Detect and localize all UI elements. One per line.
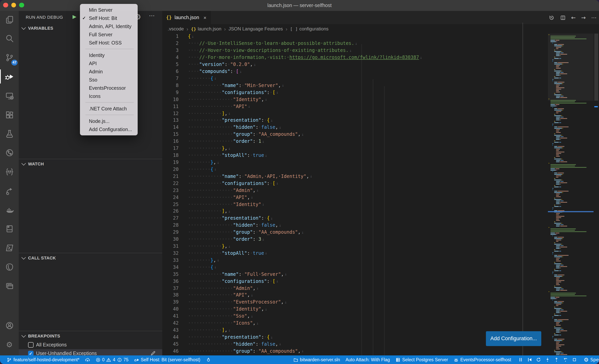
code-line-26: 26············],↓ bbox=[162, 208, 230, 215]
close-window-button[interactable] bbox=[3, 2, 8, 7]
menu-item-full-server[interactable]: Full Server bbox=[80, 30, 138, 39]
hot-reload-status[interactable] bbox=[203, 355, 214, 364]
status-bar: feature/self-hosted-development*0475Self… bbox=[0, 355, 599, 364]
debug-config-status[interactable]: Self Host: Bit (server-selfhost) bbox=[131, 355, 203, 364]
window-layouts-icon[interactable] bbox=[0, 277, 19, 295]
line-number: 31 bbox=[162, 243, 188, 249]
breadcrumb-item-launch-json[interactable]: {}launch.json bbox=[191, 26, 221, 32]
editor-scrollbar[interactable] bbox=[594, 34, 599, 355]
menu-item-identity[interactable]: Identity bbox=[80, 51, 138, 59]
section-header-call-stack[interactable]: CALL STACK bbox=[19, 253, 162, 263]
breadcrumb-item-configurations[interactable]: [ ]configurations bbox=[290, 26, 329, 32]
add-configuration-button[interactable]: Add Configuration... bbox=[486, 331, 541, 346]
code-line-20: 20········{↓ bbox=[162, 166, 216, 173]
code-line-33: 33········},↓ bbox=[162, 257, 219, 264]
json-file-icon: {} bbox=[191, 26, 196, 31]
sidebar-title: RUN AND DEBUG bbox=[26, 15, 63, 19]
live-share-icon[interactable] bbox=[0, 181, 19, 200]
menu-item-self-host-oss[interactable]: Self Host: OSS bbox=[80, 39, 138, 47]
menu-item-add-configuration-[interactable]: Add Configuration... bbox=[80, 125, 138, 133]
timeline-history-icon[interactable] bbox=[548, 15, 554, 20]
json-tools-icon[interactable] bbox=[0, 162, 19, 181]
code-line-2: 2····//·Use·IntelliSense·to·learn·about·… bbox=[162, 40, 357, 47]
menu-item-admin[interactable]: Admin bbox=[80, 68, 138, 76]
postgres-status[interactable]: Select Postgres Server bbox=[393, 355, 451, 364]
menu-item-sso[interactable]: Sso bbox=[80, 76, 138, 84]
powershell-icon[interactable] bbox=[0, 239, 19, 257]
close-tab-icon[interactable]: × bbox=[203, 15, 206, 20]
tab-launch-json[interactable]: {} launch.json × bbox=[162, 11, 211, 24]
source-control-icon[interactable]: 47 bbox=[0, 48, 19, 67]
chevron-down-icon bbox=[21, 25, 26, 30]
info-count-icon bbox=[117, 357, 122, 362]
checkbox[interactable] bbox=[28, 342, 33, 348]
extensions-icon[interactable] bbox=[0, 105, 19, 124]
line-number: 5 bbox=[162, 62, 188, 67]
menu-item-admin-api-identity[interactable]: Admin, API, Identity bbox=[80, 22, 138, 30]
breadcrumb-item-json-language-features[interactable]: JSON Language Features bbox=[229, 26, 283, 32]
restart-icon[interactable] bbox=[536, 357, 541, 363]
code-line-41: 41················"Sso",↓ bbox=[162, 313, 253, 320]
solution-status[interactable]: bitwarden-server.sln bbox=[290, 355, 343, 364]
start-debug-icon[interactable]: ▶ bbox=[72, 14, 76, 19]
section-header-breakpoints[interactable]: BREAKPOINTS bbox=[19, 331, 162, 341]
run-and-debug-icon[interactable] bbox=[0, 67, 19, 86]
menu-checkmark-icon: ✓ bbox=[82, 16, 86, 21]
debug-session-status[interactable]: EventsProcessor-selfhost bbox=[451, 355, 514, 364]
line-number: 35 bbox=[162, 271, 188, 277]
stop-icon[interactable] bbox=[572, 357, 577, 363]
vertical-ruler bbox=[523, 23, 523, 355]
code-editor[interactable]: 1{↓2····//·Use·IntelliSense·to·learn·abo… bbox=[162, 33, 599, 355]
continue-icon[interactable] bbox=[527, 357, 532, 363]
breakpoint-row[interactable]: All Exceptions bbox=[19, 341, 162, 349]
auto-attach-status[interactable]: Auto Attach: With Flag bbox=[343, 355, 393, 364]
breadcrumb-item--vscode[interactable]: .vscode bbox=[168, 26, 184, 32]
line-number: 18 bbox=[162, 152, 188, 158]
problems-status[interactable]: 0475 bbox=[93, 355, 131, 364]
docker-icon[interactable] bbox=[0, 201, 19, 219]
line-number: 15 bbox=[162, 132, 188, 137]
section-header-watch[interactable]: WATCH bbox=[19, 159, 162, 169]
minimap-viewport[interactable] bbox=[548, 34, 594, 101]
menu-item--net-core-attach[interactable]: .NET Core Attach bbox=[80, 105, 138, 113]
split-editor-icon[interactable] bbox=[560, 15, 566, 20]
sidebar-more-icon[interactable]: ⋯ bbox=[149, 12, 155, 19]
editor-more-icon[interactable]: ⋯ bbox=[591, 14, 597, 21]
minimize-window-button[interactable] bbox=[11, 2, 16, 7]
settings-gear-icon[interactable]: ⚙ bbox=[0, 335, 19, 354]
code-line-30: 30················"order":·3↓ bbox=[162, 236, 264, 243]
menu-item-eventsprocessor[interactable]: EventsProcessor bbox=[80, 84, 138, 92]
step-into-icon[interactable] bbox=[545, 357, 550, 363]
code-line-18: 18············"stopAll":·true↓ bbox=[162, 152, 267, 159]
git-branch-status[interactable]: feature/self-hosted-development* bbox=[4, 355, 82, 364]
menu-item-min-server[interactable]: Min Server bbox=[80, 6, 138, 14]
sync-changes-status[interactable] bbox=[82, 355, 93, 364]
step-back-icon[interactable] bbox=[563, 357, 568, 363]
storage-icon[interactable] bbox=[0, 220, 19, 238]
go-back-icon[interactable]: ← bbox=[571, 14, 576, 21]
test-beaker-icon[interactable] bbox=[0, 124, 19, 143]
debugstart-icon bbox=[134, 357, 139, 362]
explorer-icon[interactable] bbox=[0, 10, 19, 29]
debug-toolbar bbox=[514, 357, 581, 363]
step-out-icon[interactable] bbox=[554, 357, 559, 363]
zoom-window-button[interactable] bbox=[19, 2, 24, 7]
gitlens-icon[interactable] bbox=[0, 143, 19, 162]
spell-checker-status[interactable]: ⚙Spell bbox=[581, 355, 599, 364]
postgresql-icon[interactable] bbox=[0, 258, 19, 276]
menu-item-icons[interactable]: Icons bbox=[80, 92, 138, 100]
minimap[interactable] bbox=[548, 34, 594, 355]
breadcrumb-separator-icon: › bbox=[224, 26, 226, 32]
menu-item-api[interactable]: API bbox=[80, 59, 138, 68]
search-icon[interactable] bbox=[0, 29, 19, 48]
menu-item-node-js-[interactable]: Node.js... bbox=[80, 117, 138, 125]
code-line-4: 4····//·For·more·information,·visit:·htt… bbox=[162, 54, 422, 61]
error-count-icon bbox=[96, 357, 101, 362]
remote-explorer-icon[interactable] bbox=[0, 86, 19, 105]
section-call-stack: CALL STACK bbox=[19, 253, 162, 263]
pause-icon[interactable] bbox=[518, 357, 523, 363]
go-forward-icon[interactable]: → bbox=[581, 14, 586, 21]
accounts-icon[interactable] bbox=[0, 316, 19, 335]
server-icon bbox=[396, 357, 400, 362]
menu-item-self-host-bit[interactable]: ✓Self Host: Bit bbox=[80, 14, 138, 22]
